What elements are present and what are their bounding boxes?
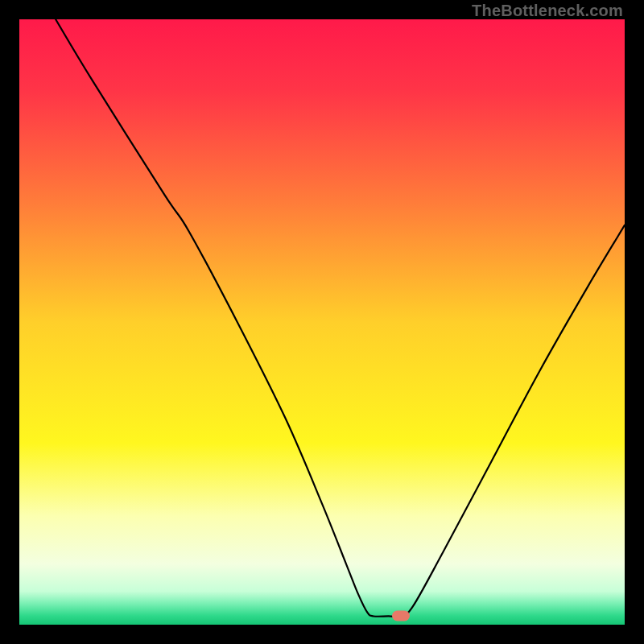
selected-point-marker [392,611,410,621]
watermark-text: TheBottleneck.com [472,2,623,20]
chart-frame [19,19,625,625]
bottleneck-chart [19,19,625,625]
